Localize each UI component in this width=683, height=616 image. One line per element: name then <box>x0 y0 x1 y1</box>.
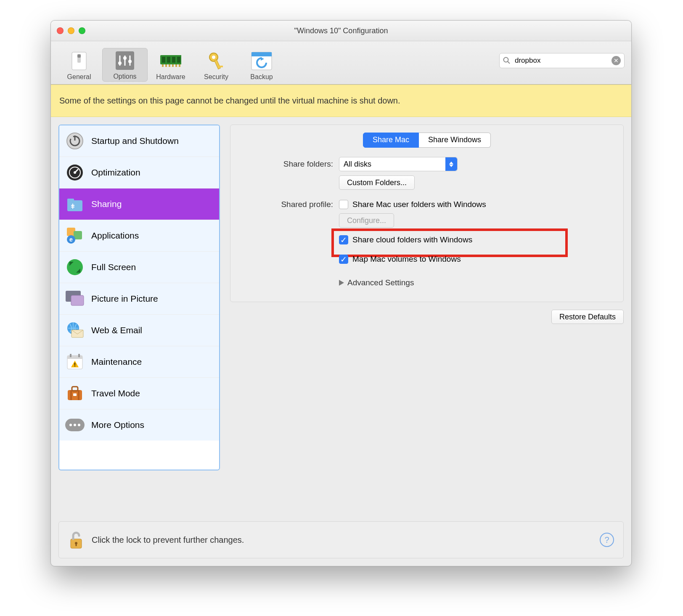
sidebar-item-label: Applications <box>91 231 139 241</box>
svg-rect-16 <box>165 64 167 67</box>
footer-text: Click the lock to prevent further change… <box>92 535 244 545</box>
checkbox-checked-icon: ✓ <box>339 235 348 244</box>
pip-icon <box>65 289 85 308</box>
sidebar-item-travel[interactable]: Travel Mode <box>59 378 219 409</box>
toolbar-label: Hardware <box>156 73 185 81</box>
titlebar: "Windows 10" Configuration <box>51 21 631 41</box>
sidebar-item-label: Startup and Shutdown <box>91 136 179 146</box>
sidebar-item-maintenance[interactable]: ! Maintenance <box>59 346 219 378</box>
chevron-updown-icon <box>445 157 457 171</box>
share-cloud-checkbox[interactable]: ✓ Share cloud folders with Windows <box>339 235 472 244</box>
svg-rect-14 <box>177 57 180 63</box>
window-title: "Windows 10" Configuration <box>294 27 388 35</box>
svg-marker-68 <box>339 280 344 286</box>
svg-point-65 <box>78 424 80 426</box>
svg-rect-39 <box>67 199 74 202</box>
svg-rect-12 <box>167 57 170 63</box>
toolbar-options[interactable]: Options <box>102 48 148 82</box>
search-field[interactable]: ✕ <box>499 53 625 68</box>
advanced-settings-disclosure[interactable]: Advanced Settings <box>339 278 414 287</box>
share-folders-label: Share folders: <box>241 159 339 169</box>
sidebar-item-applications[interactable]: e Applications <box>59 220 219 252</box>
svg-rect-71 <box>76 543 77 546</box>
tab-share-mac[interactable]: Share Mac <box>363 133 419 148</box>
toolbar-label: General <box>67 73 91 81</box>
globe-mail-icon <box>65 321 85 340</box>
sidebar-item-web-email[interactable]: Web & Email <box>59 315 219 346</box>
lock-icon[interactable] <box>68 530 84 550</box>
svg-rect-11 <box>162 57 165 63</box>
help-button[interactable]: ? <box>600 533 614 547</box>
window-controls <box>57 27 85 34</box>
body: Startup and Shutdown Optimization Sharin… <box>51 117 631 475</box>
svg-rect-48 <box>71 295 84 305</box>
checkbox-icon <box>339 200 348 209</box>
zoom-window-button[interactable] <box>79 27 85 34</box>
svg-point-7 <box>118 61 122 65</box>
svg-point-8 <box>123 56 127 60</box>
svg-point-64 <box>74 424 76 426</box>
config-window: "Windows 10" Configuration General Optio… <box>50 20 632 566</box>
svg-marker-66 <box>449 162 453 164</box>
ellipsis-icon <box>65 415 85 435</box>
svg-rect-60 <box>78 390 79 400</box>
svg-point-63 <box>69 424 72 426</box>
sidebar-item-sharing[interactable]: Sharing <box>59 189 219 220</box>
map-volumes-label: Map Mac volumes to Windows <box>352 255 461 264</box>
sidebar-item-fullscreen[interactable]: Full Screen <box>59 252 219 283</box>
share-cloud-label: Share cloud folders with Windows <box>352 235 472 244</box>
sidebar-item-label: Sharing <box>91 199 122 209</box>
svg-rect-61 <box>73 393 77 396</box>
svg-rect-20 <box>179 64 180 67</box>
toolbar-label: Backup <box>250 73 273 81</box>
ram-icon <box>160 50 181 72</box>
sidebar-item-optimization[interactable]: Optimization <box>59 157 219 189</box>
close-window-button[interactable] <box>57 27 64 34</box>
svg-text:e: e <box>69 236 73 243</box>
svg-point-44 <box>67 259 83 275</box>
toolbar-label: Options <box>113 73 136 80</box>
power-icon <box>65 131 85 151</box>
tab-share-windows[interactable]: Share Windows <box>419 133 491 148</box>
advanced-settings-label: Advanced Settings <box>347 278 414 287</box>
sidebar-item-label: Travel Mode <box>91 388 140 398</box>
search-input[interactable] <box>514 56 608 65</box>
backup-icon <box>251 50 272 72</box>
svg-text:!: ! <box>74 362 76 368</box>
clear-search-button[interactable]: ✕ <box>612 56 621 65</box>
share-user-folders-checkbox[interactable]: Share Mac user folders with Windows <box>339 200 486 209</box>
svg-marker-67 <box>449 165 453 167</box>
sidebar-item-label: Full Screen <box>91 262 136 272</box>
restore-defaults-button[interactable]: Restore Defaults <box>551 310 624 324</box>
toolbar-label: Security <box>204 73 228 81</box>
fullscreen-icon <box>65 258 85 277</box>
svg-rect-52 <box>67 356 82 359</box>
map-volumes-checkbox[interactable]: ✓ Map Mac volumes to Windows <box>339 255 461 264</box>
share-panel: Share Mac Share Windows Share folders: A… <box>230 125 624 302</box>
shared-profile-label: Shared profile: <box>241 200 339 209</box>
custom-folders-button[interactable]: Custom Folders... <box>339 175 415 190</box>
key-icon <box>206 50 227 72</box>
share-folders-value: All disks <box>344 160 371 169</box>
svg-point-37 <box>74 171 76 174</box>
sidebar-item-pip[interactable]: Picture in Picture <box>59 283 219 315</box>
sidebar-item-label: Optimization <box>91 167 140 178</box>
sidebar-item-startup[interactable]: Startup and Shutdown <box>59 125 219 157</box>
share-tab-switcher: Share Mac Share Windows <box>241 133 613 148</box>
svg-rect-17 <box>169 64 170 67</box>
configure-button[interactable]: Configure... <box>339 213 394 228</box>
share-folders-select[interactable]: All disks <box>339 157 458 171</box>
svg-point-22 <box>212 56 215 59</box>
toolbar-general[interactable]: General <box>57 49 101 82</box>
toolbar-hardware[interactable]: Hardware <box>148 49 193 82</box>
warning-banner: Some of the settings on this page cannot… <box>51 85 631 117</box>
toolbar: General Options Hardware Security <box>51 41 631 85</box>
minimize-window-button[interactable] <box>68 27 74 34</box>
toolbar-backup[interactable]: Backup <box>239 49 284 82</box>
toolbar-security[interactable]: Security <box>194 49 238 82</box>
sidebar-item-more[interactable]: More Options <box>59 409 219 441</box>
svg-point-31 <box>67 133 83 149</box>
suitcase-icon <box>65 384 85 403</box>
sidebar: Startup and Shutdown Optimization Sharin… <box>58 125 220 470</box>
main: Share Mac Share Windows Share folders: A… <box>230 125 624 470</box>
